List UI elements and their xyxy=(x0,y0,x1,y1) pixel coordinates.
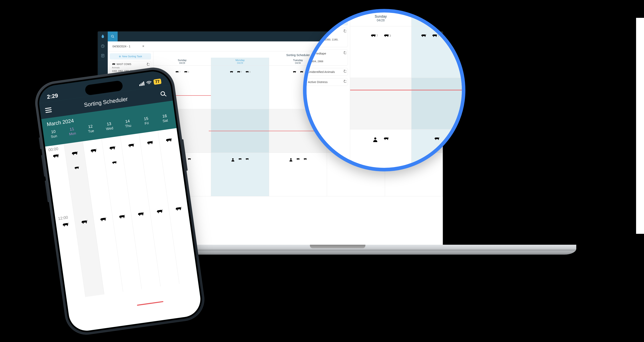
cow-icon xyxy=(137,212,144,217)
nav-reports-icon[interactable] xyxy=(100,53,106,59)
day-number: 15 xyxy=(144,116,148,121)
cow-icon xyxy=(90,148,97,154)
calendar-cell[interactable]: 73 xyxy=(211,66,269,109)
day-column[interactable]: 13Wed xyxy=(100,120,120,137)
cow-icon xyxy=(74,166,80,170)
calendar-marker[interactable] xyxy=(293,71,296,73)
calendar-marker[interactable] xyxy=(231,158,235,161)
cow-icon xyxy=(434,137,440,141)
new-task-label: New Sorting Task xyxy=(314,20,338,23)
day-column[interactable]: 10Sun xyxy=(44,128,64,145)
calendar-marker[interactable]: 3 xyxy=(384,34,391,38)
calendar-column-header[interactable]: Sunday04/28 xyxy=(350,11,412,26)
day-column[interactable]: 16Sat xyxy=(155,113,176,129)
refresh-icon[interactable] xyxy=(146,63,149,66)
day-column[interactable]: 11Mon xyxy=(62,126,83,142)
new-sorting-task-button[interactable]: ⊕ New Sorting Task xyxy=(110,53,151,60)
cow-icon xyxy=(156,209,164,214)
calendar-marker[interactable]: 7 xyxy=(175,71,180,73)
right-white-panel xyxy=(636,18,644,234)
cow-icon xyxy=(175,71,179,73)
magnified-view: × ⊕ New Sorting Task MAST COWS Animals 1… xyxy=(303,9,466,171)
app-logo-icon[interactable] xyxy=(98,32,108,42)
calendar-column-header[interactable]: Monday04/29 xyxy=(211,58,269,65)
cow-icon xyxy=(230,71,233,73)
task-card-active-distress[interactable]: Active Distress xyxy=(303,78,348,86)
calendar-marker[interactable]: 7 xyxy=(432,34,440,38)
task-card-title: Active Distress xyxy=(308,80,328,84)
calendar-column-header[interactable]: Monday04/29 xyxy=(412,11,466,26)
calendar-marker[interactable]: 3 xyxy=(245,71,250,73)
calendar-cell[interactable] xyxy=(211,153,269,196)
phone-calendar[interactable]: 00:00 12:00 xyxy=(45,128,203,333)
cow-icon xyxy=(188,158,191,160)
calendar-marker[interactable] xyxy=(296,158,300,160)
cow-icon xyxy=(432,34,438,38)
task-card-title: MAST COWS xyxy=(117,63,131,66)
tab-label: 04/30/2024 - 1 xyxy=(112,45,130,48)
cow-icon xyxy=(81,220,88,225)
refresh-icon[interactable] xyxy=(344,80,346,83)
calendar-marker[interactable] xyxy=(230,71,233,73)
close-icon[interactable]: × xyxy=(342,12,345,17)
plus-icon: ⊕ xyxy=(119,55,121,58)
day-date: 04/28 xyxy=(179,62,185,64)
day-short: Fri xyxy=(144,121,149,126)
calendar-cell[interactable] xyxy=(412,78,466,129)
global-search-button[interactable] xyxy=(108,32,118,42)
day-name: Monday xyxy=(236,59,244,62)
menu-icon[interactable] xyxy=(45,107,52,113)
day-name: Sunday xyxy=(375,15,387,19)
refresh-icon[interactable] xyxy=(344,30,346,32)
day-column[interactable]: 14Thu xyxy=(118,118,138,134)
day-short: Tue xyxy=(88,129,94,134)
calendar-cell[interactable] xyxy=(350,129,412,171)
calendar-marker[interactable] xyxy=(238,158,242,160)
marker-count: 7 xyxy=(179,71,180,73)
calendar-marker[interactable] xyxy=(188,158,191,160)
day-short: Sat xyxy=(162,118,168,123)
calendar-marker[interactable]: 7 xyxy=(370,34,378,38)
cow-icon xyxy=(62,222,69,227)
cow-icon xyxy=(146,140,154,146)
calendar-marker[interactable] xyxy=(245,158,249,160)
calendar-marker[interactable]: 7 xyxy=(237,71,242,73)
task-card-unidentified[interactable]: Unidentified Animals xyxy=(303,68,348,76)
new-sorting-task-button[interactable]: ⊕ New Sorting Task xyxy=(303,18,348,25)
cow-icon xyxy=(296,158,300,160)
calendar-marker[interactable]: 3 xyxy=(184,71,189,73)
calendar-marker[interactable] xyxy=(421,34,426,38)
calendar-marker[interactable] xyxy=(373,137,378,142)
wifi-icon xyxy=(146,81,152,85)
day-column[interactable]: 12Tue xyxy=(81,123,102,140)
day-number: 16 xyxy=(162,114,167,119)
day-column[interactable]: 15Fri xyxy=(136,115,157,132)
calendar-marker[interactable] xyxy=(304,158,307,160)
search-icon[interactable] xyxy=(160,90,167,98)
calendar-cell[interactable] xyxy=(269,153,327,196)
laptop-notch xyxy=(310,245,365,248)
plus-icon: ⊕ xyxy=(310,20,313,23)
cow-icon xyxy=(100,217,107,222)
calendar-cell[interactable]: 73 xyxy=(350,26,412,78)
calendar-row xyxy=(350,78,466,129)
refresh-icon[interactable] xyxy=(344,70,346,73)
calendar-marker[interactable] xyxy=(434,137,440,141)
calendar-marker[interactable] xyxy=(289,158,293,161)
cow-icon xyxy=(52,153,60,159)
task-card-label: Animals xyxy=(112,66,149,69)
task-card-ids: 2382, 2804, 2868 xyxy=(303,60,345,63)
marker-count: 7 xyxy=(438,34,440,37)
person-icon xyxy=(231,158,235,161)
close-icon[interactable]: × xyxy=(142,44,144,48)
calendar-marker[interactable] xyxy=(300,71,304,73)
page-title: Sorting Scheduler xyxy=(286,53,310,57)
refresh-icon[interactable] xyxy=(344,51,346,54)
calendar-marker[interactable] xyxy=(384,137,389,141)
cow-icon xyxy=(384,34,389,38)
calendar-column-header[interactable]: Sunday04/28 xyxy=(153,58,211,65)
cow-icon xyxy=(175,206,182,212)
active-tab[interactable]: 04/30/2024 - 1 × xyxy=(110,43,147,50)
nav-dashboard-icon[interactable] xyxy=(100,43,106,49)
calendar-cell[interactable] xyxy=(350,78,412,129)
